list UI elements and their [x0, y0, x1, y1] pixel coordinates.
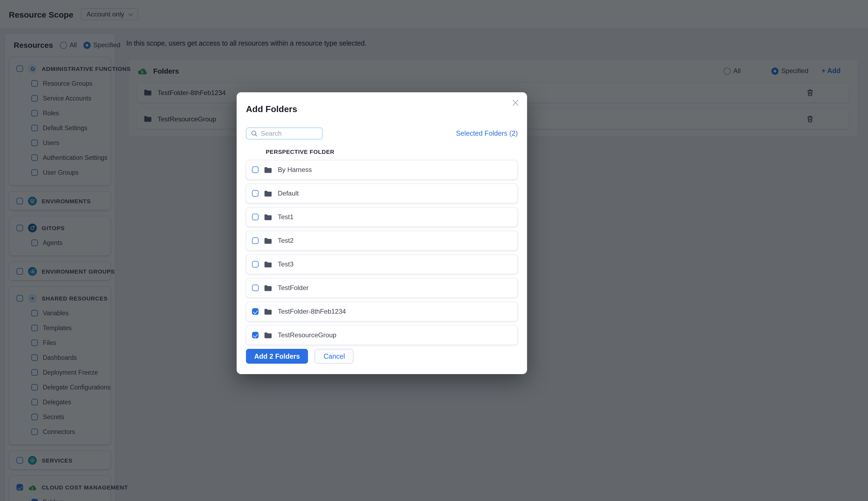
folder-icon — [264, 190, 272, 197]
modal-toolbar: Selected Folders (2) — [246, 127, 518, 140]
folder-name: Test3 — [278, 260, 293, 268]
folder-name: By Harness — [278, 166, 312, 173]
modal-title: Add Folders — [246, 104, 518, 114]
folder-checkbox[interactable] — [252, 214, 259, 220]
selected-folders-link[interactable]: Selected Folders (2) — [456, 130, 518, 137]
folder-checkbox[interactable] — [252, 261, 259, 267]
modal-actions: Add 2 Folders Cancel — [246, 349, 518, 364]
folder-name: Test1 — [278, 213, 293, 221]
folder-list-item[interactable]: Test3 — [246, 254, 518, 274]
folder-checkbox[interactable] — [252, 332, 259, 338]
folder-list-item[interactable]: By Harness — [246, 160, 518, 180]
folder-list-item[interactable]: Test1 — [246, 207, 518, 227]
folder-list-item[interactable]: TestFolder — [246, 278, 518, 298]
folder-icon — [264, 284, 272, 291]
search-icon — [251, 130, 258, 137]
folder-icon — [264, 213, 272, 221]
folder-checkbox[interactable] — [252, 308, 259, 315]
folder-icon — [264, 331, 272, 339]
folder-list-item[interactable]: TestResourceGroup — [246, 325, 518, 345]
folder-checkbox[interactable] — [252, 190, 259, 197]
folder-icon — [264, 237, 272, 244]
folder-name: TestFolder-8thFeb1234 — [278, 308, 346, 315]
folder-checkbox[interactable] — [252, 285, 259, 291]
folder-checkbox[interactable] — [252, 167, 259, 173]
folder-name: TestFolder — [278, 284, 308, 292]
folder-icon — [264, 166, 272, 173]
folder-name: Default — [278, 190, 299, 197]
folder-name: Test2 — [278, 237, 293, 244]
folder-icon — [264, 308, 272, 315]
folder-name: TestResourceGroup — [278, 331, 336, 339]
add-folders-modal: Add Folders Selected Folders (2) PERSPEC… — [237, 92, 527, 374]
add-folders-button[interactable]: Add 2 Folders — [246, 349, 308, 364]
folder-icon — [264, 261, 272, 268]
cancel-button[interactable]: Cancel — [315, 349, 354, 364]
folder-list-item[interactable]: TestFolder-8thFeb1234 — [246, 301, 518, 321]
folder-checkbox[interactable] — [252, 237, 259, 244]
search-input[interactable] — [261, 130, 318, 137]
folder-list-item[interactable]: Test2 — [246, 231, 518, 250]
column-header-perspective-folder: PERSPECTIVE FOLDER — [266, 148, 518, 155]
app-root: Resource Scope Account only Resources Al… — [0, 0, 868, 501]
close-icon[interactable] — [512, 99, 519, 107]
search-box — [246, 127, 323, 140]
folder-list-item[interactable]: Default — [246, 183, 518, 203]
folder-list: By Harness Default Test1 Test2 Test3 Tes… — [246, 160, 518, 345]
